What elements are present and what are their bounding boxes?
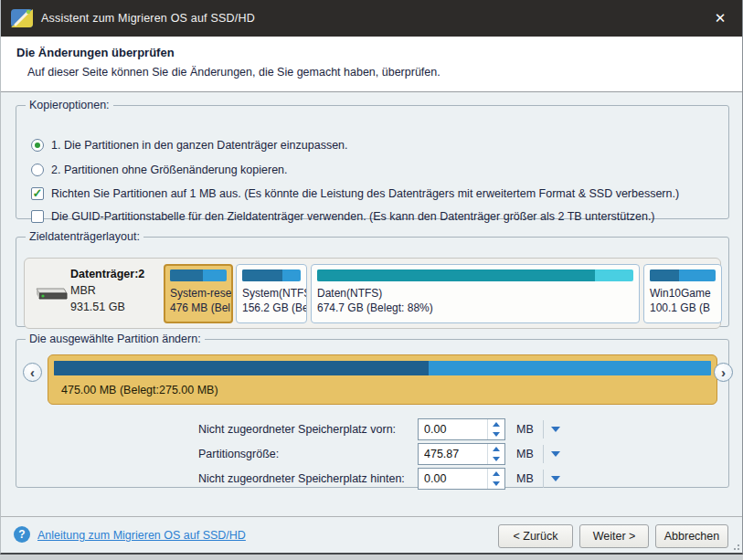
copy-options-group: Kopieroptionen: 1. Die Partitionen in de… — [16, 99, 729, 219]
next-button[interactable]: Weiter > — [579, 524, 649, 548]
back-button[interactable]: < Zurück — [498, 524, 573, 548]
field-label: Nicht zugeordneter Speicherplatz hinten: — [198, 472, 418, 485]
app-icon — [10, 6, 34, 30]
partition-name: System-rese — [170, 287, 227, 300]
partition-used-bar — [242, 269, 282, 281]
partition-size-input — [418, 443, 505, 465]
field-row-unallocated-after: Nicht zugeordneter Speicherplatz hinten:… — [198, 468, 560, 490]
page-subtitle: Auf dieser Seite können Sie die Änderung… — [27, 66, 440, 79]
footer-buttons: < Zurück Weiter > Abbrechen — [498, 524, 728, 548]
partition-size-slider[interactable]: 475.00 MB (Belegt:275.00 MB) — [48, 354, 717, 405]
wizard-header: Die Änderungen überprüfen Auf dieser Sei… — [1, 37, 742, 92]
number-input[interactable] — [419, 469, 488, 489]
migrate-os-wizard-dialog: Assistent zum Migrieren OS auf SSD/HD ✕ … — [0, 0, 743, 555]
page-title: Die Änderungen überprüfen — [16, 46, 175, 59]
radio-fit-partitions[interactable]: 1. Die Partitionen in den ganzen Datentr… — [31, 137, 348, 153]
spin-up-icon[interactable] — [488, 469, 505, 479]
partition-usage-bar — [650, 269, 716, 281]
unit-dropdown-icon[interactable] — [551, 451, 560, 457]
titlebar: Assistent zum Migrieren OS auf SSD/HD ✕ — [1, 0, 742, 37]
slider-left-arrow-button[interactable]: ‹ — [23, 363, 42, 382]
spinner — [487, 444, 504, 464]
unit-label: MB — [516, 448, 534, 460]
partition-name: Daten(NTFS) — [317, 287, 633, 300]
radio-icon[interactable] — [31, 164, 44, 176]
disk-panel: Datenträger:2 MBR 931.51 GB System-rese … — [24, 258, 721, 329]
field-label: Partitionsgröße: — [198, 448, 418, 460]
number-input[interactable] — [419, 419, 488, 439]
partition-block-daten[interactable]: Daten(NTFS) 674.7 GB (Belegt: 88%) — [311, 264, 640, 323]
spin-up-icon[interactable] — [488, 444, 505, 454]
radio-label: 2. Partitionen ohne Größenänderung kopie… — [51, 164, 288, 176]
spinner — [487, 469, 504, 489]
partition-info: 156.2 GB (Be — [242, 301, 301, 314]
number-input[interactable] — [419, 444, 488, 464]
partition-name: System(NTFS — [242, 287, 301, 300]
partition-block-win10game[interactable]: Win10Game 100.1 GB (B — [643, 264, 722, 323]
checkbox-use-guid[interactable]: Die GUID-Partitionstabelle für den Zield… — [31, 208, 655, 225]
partition-info: 100.1 GB (B — [650, 301, 716, 314]
partition-used-bar — [170, 269, 203, 281]
checkbox-icon[interactable] — [31, 210, 44, 223]
partition-usage-bar — [170, 269, 227, 281]
help-link[interactable]: Anleitung zum Migrieren OS auf SSD/HD — [37, 529, 246, 542]
resize-grip[interactable] — [730, 541, 739, 550]
slider-size-label: 475.00 MB (Belegt:275.00 MB) — [61, 384, 218, 396]
edit-partition-legend: Die ausgewählte Partition ändern: — [26, 333, 205, 345]
unit-dropdown-icon[interactable] — [551, 476, 560, 481]
unit-label: MB — [516, 423, 534, 436]
field-row-unallocated-before: Nicht zugeordneter Speicherplatz vorn: M… — [198, 418, 560, 440]
divider — [543, 470, 544, 488]
field-label: Nicht zugeordneter Speicherplatz vorn: — [198, 423, 418, 436]
divider — [543, 420, 544, 438]
field-row-partition-size: Partitionsgröße: MB — [198, 443, 560, 465]
checkbox-label: Richten Sie Partitionen auf 1 MB aus. (E… — [51, 187, 679, 200]
checkbox-icon[interactable]: ✓ — [31, 187, 44, 200]
unit-label: MB — [516, 472, 534, 485]
disk-name: Datenträger:2 — [70, 266, 144, 282]
disk-layout-legend: Zieldatenträgerlayout: — [26, 230, 143, 243]
partition-usage-bar — [317, 269, 633, 281]
disk-partition-table: MBR — [70, 282, 144, 299]
target-disk-layout-group: Zieldatenträgerlayout: Datenträger:2 MBR… — [16, 230, 729, 327]
radio-icon[interactable] — [31, 139, 44, 152]
footer: ? Anleitung zum Migrieren OS auf SSD/HD … — [1, 516, 742, 553]
radio-label: 1. Die Partitionen in den ganzen Datentr… — [51, 139, 348, 152]
partition-used-bar — [317, 269, 595, 281]
checkbox-label: Die GUID-Partitionstabelle für den Zield… — [51, 210, 655, 223]
slider-used-bar — [54, 361, 429, 375]
spin-down-icon[interactable] — [488, 454, 505, 464]
unit-dropdown-icon[interactable] — [551, 427, 560, 432]
spin-down-icon[interactable] — [488, 479, 505, 489]
disk-capacity: 931.51 GB — [70, 299, 144, 315]
divider — [543, 445, 544, 463]
partition-info: 674.7 GB (Belegt: 88%) — [317, 301, 633, 314]
copy-options-legend: Kopieroptionen: — [26, 99, 113, 111]
unallocated-before-input — [418, 418, 505, 440]
spin-up-icon[interactable] — [488, 419, 505, 429]
close-icon[interactable]: ✕ — [707, 10, 733, 26]
help-icon[interactable]: ? — [14, 526, 30, 543]
window-title: Assistent zum Migrieren OS auf SSD/HD — [41, 12, 255, 25]
slider-right-arrow-button[interactable]: › — [714, 363, 733, 382]
spinner — [487, 419, 504, 439]
partition-name: Win10Game — [650, 287, 716, 300]
partition-info: 476 MB (Bel — [170, 301, 227, 314]
checkbox-align-1mb[interactable]: ✓ Richten Sie Partitionen auf 1 MB aus. … — [31, 185, 679, 202]
cancel-button[interactable]: Abbrechen — [655, 524, 728, 548]
edit-partition-group: Die ausgewählte Partition ändern: ‹ 475.… — [16, 333, 729, 488]
disk-meta: Datenträger:2 MBR 931.51 GB — [70, 266, 144, 315]
partition-block-system-reserved[interactable]: System-rese 476 MB (Bel — [164, 264, 233, 323]
hard-disk-icon — [34, 282, 69, 304]
spin-down-icon[interactable] — [488, 429, 505, 439]
radio-copy-without-resize[interactable]: 2. Partitionen ohne Größenänderung kopie… — [31, 162, 288, 178]
partition-block-system[interactable]: System(NTFS 156.2 GB (Be — [236, 264, 307, 323]
partition-usage-bar — [242, 269, 301, 281]
partition-used-bar — [650, 269, 679, 281]
unallocated-after-input — [418, 468, 505, 490]
slider-usage-bar — [54, 361, 711, 375]
